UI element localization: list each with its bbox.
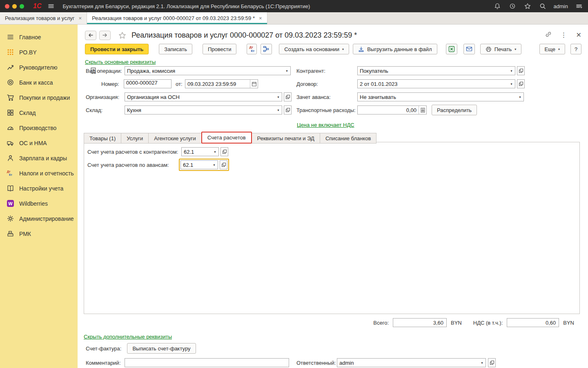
contract-open-button[interactable] [517,79,525,88]
main-menu-icon[interactable] [47,2,55,10]
post-and-close-button[interactable]: Провести и закрыть [85,44,149,54]
more-button[interactable]: Еще▾ [539,44,565,54]
price-no-vat-link[interactable]: Цена не включает НДС [297,122,354,128]
date-label: от: [176,81,183,87]
search-icon[interactable] [539,2,547,10]
advance-offset-select[interactable]: Не зачитывать ▾ [357,92,524,101]
tab-close-icon[interactable]: × [259,15,262,21]
distribute-button[interactable]: Распределить [432,105,477,115]
responsible-select[interactable]: admin ▾ [337,358,486,367]
tab-services[interactable]: Услуги [121,133,149,144]
warehouse-open-button[interactable] [284,105,292,114]
back-button[interactable] [85,31,96,40]
organization-select[interactable]: Организация на ОСН ▾ [125,92,282,101]
sidebar-item-purchases-sales[interactable]: Покупки и продажи [0,90,78,105]
document-number-input[interactable]: 0000-000027 [124,79,172,88]
tab-print-details[interactable]: Реквизиты печати и ЭД [252,133,320,144]
post-button[interactable]: Провести [203,44,237,54]
get-link-icon[interactable] [545,31,552,39]
comment-input[interactable] [125,358,289,367]
printer-icon [486,46,492,52]
sidebar-item-administration[interactable]: Администрирование [0,211,78,226]
calculator-icon[interactable] [419,106,426,114]
tab-label: Услуги [127,135,143,141]
responsible-open-button[interactable] [488,358,496,367]
help-button[interactable]: ? [570,44,581,54]
export-to-file-button[interactable]: Выгрузить данные в файл [353,44,437,54]
window-tab-label: Реализация товаров и услуг [5,15,75,21]
sidebar-item-wildberries[interactable]: W Wildberries [0,196,78,211]
report-structure-button[interactable] [261,44,272,54]
warehouse-select[interactable]: Кухня ▾ [125,105,282,114]
show-postings-dtkt-button[interactable]: ДтКт [247,44,257,54]
tab-label: Списание бланков [325,135,371,141]
sidebar-item-warehouse[interactable]: Склад [0,105,78,120]
tab-forms-writeoff[interactable]: Списание бланков [320,133,377,144]
contractor-account-open-button[interactable] [220,147,228,156]
operation-type-select[interactable]: Продажа, комиссия ▾ [125,66,291,75]
advance-offset-value: Не зачитывать [358,94,517,100]
send-email-button[interactable] [463,44,475,54]
tab-settlement-accounts[interactable]: Счета расчетов [201,132,252,144]
dropdown-caret-icon[interactable]: ▾ [275,106,282,114]
dropdown-caret-icon[interactable]: ▾ [517,93,523,101]
favorite-star-icon[interactable] [118,31,126,39]
advance-account-open-button[interactable] [220,160,227,169]
document-list-icon[interactable] [90,67,97,76]
document-date-input[interactable]: 09.03.2023 23:59:59 [185,79,258,88]
dropdown-caret-icon[interactable]: ▾ [283,67,290,75]
hide-extra-requisites-link[interactable]: Скрыть дополнительные реквизиты [84,334,172,340]
current-user-label[interactable]: admin [554,3,568,9]
transport-costs-input[interactable]: 0,00 [357,105,427,114]
sidebar-item-manager[interactable]: Руководителю [0,60,78,75]
print-button[interactable]: Печать▾ [480,44,522,54]
tab-agent-services[interactable]: Агентские услуги [148,133,202,144]
sidebar-item-salary-hr[interactable]: Зарплата и кадры [0,150,78,166]
minimize-window-button[interactable] [12,4,17,9]
dropdown-caret-icon[interactable]: ▾ [212,148,218,156]
sidebar-item-fixed-assets[interactable]: ОС и НМА [0,135,78,150]
caret-down-icon: ▾ [558,47,560,51]
sidebar-item-po-by[interactable]: PO.BY [0,45,78,60]
tab-goods[interactable]: Товары (1) [84,133,121,144]
dropdown-caret-icon[interactable]: ▾ [508,80,515,88]
issue-invoice-button[interactable]: Выписать счет-фактуру [127,343,196,354]
sidebar-item-taxes[interactable]: ДтКт Налоги и отчетность [0,166,78,181]
counterparty-select[interactable]: Покупатель ▾ [357,66,515,75]
close-window-button[interactable] [5,4,9,9]
favorites-star-icon[interactable] [523,2,532,10]
maximize-window-button[interactable] [20,4,24,9]
calendar-icon[interactable] [250,80,258,88]
dropdown-caret-icon[interactable]: ▾ [508,67,515,75]
contract-select[interactable]: 2 от 01.01.2023 ▾ [357,79,515,88]
dropdown-caret-icon[interactable]: ▾ [275,93,282,101]
window-tab-document[interactable]: Реализация товаров и услуг 0000-000027 о… [87,12,267,24]
save-button[interactable]: Записать [159,44,192,54]
sidebar-item-main[interactable]: Главное [0,29,78,45]
sidebar-item-production[interactable]: Производство [0,120,78,135]
counterparty-open-button[interactable] [517,66,525,75]
dropdown-caret-icon[interactable]: ▾ [479,359,486,367]
window-tab-list[interactable]: Реализация товаров и услуг × [0,12,87,24]
advance-account-select[interactable]: 62.1 ▾ [180,160,218,169]
close-form-icon[interactable]: ✕ [576,32,581,38]
contract-label: Договор: [296,81,318,87]
history-icon[interactable] [508,2,517,10]
forward-button[interactable] [99,31,111,40]
dropdown-caret-icon[interactable]: ▾ [211,161,218,169]
sidebar-item-bank-cash[interactable]: Банк и касса [0,75,78,90]
total-amount-input[interactable]: 3,60 [393,318,447,327]
sidebar-item-rmk[interactable]: РМК [0,226,78,241]
notifications-bell-icon[interactable] [493,2,501,10]
sidebar-item-accounting-settings[interactable]: Настройки учета [0,181,78,196]
vat-amount-input[interactable]: 0,60 [507,318,559,327]
hide-main-requisites-link[interactable]: Скрыть основные реквизиты [85,59,156,65]
excel-icon [448,46,455,52]
contractor-account-select[interactable]: 62.1 ▾ [181,147,219,156]
organization-open-button[interactable] [284,92,292,101]
more-menu-kebab-icon[interactable]: ⋮ [561,32,567,38]
excel-export-button[interactable] [446,44,457,54]
create-based-on-button[interactable]: Создать на основании▾ [279,44,349,54]
user-menu-icon[interactable] [575,2,583,10]
tab-close-icon[interactable]: × [79,15,82,21]
